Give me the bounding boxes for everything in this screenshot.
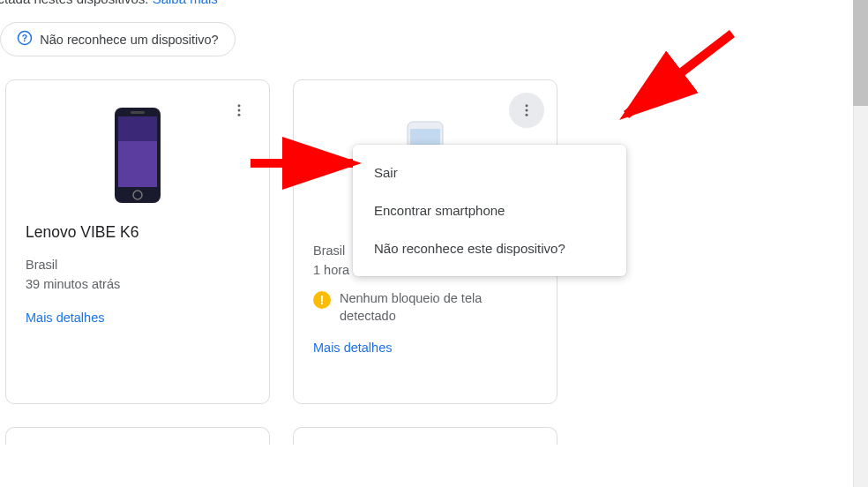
device-last-seen: 39 minutos atrás bbox=[26, 275, 250, 295]
menu-item-unknown-device[interactable]: Não reconhece este dispositivo? bbox=[353, 229, 626, 267]
device-card-stub bbox=[293, 427, 557, 445]
more-vert-icon bbox=[231, 102, 247, 118]
svg-point-10 bbox=[526, 104, 528, 107]
more-details-link[interactable]: Mais detalhes bbox=[313, 341, 537, 355]
more-options-button[interactable] bbox=[221, 93, 257, 128]
svg-text:?: ? bbox=[22, 33, 27, 43]
svg-point-3 bbox=[238, 109, 241, 112]
svg-point-11 bbox=[526, 109, 528, 112]
more-vert-icon bbox=[519, 102, 535, 118]
help-icon: ? bbox=[17, 30, 33, 49]
device-warning-text: Nenhum bloqueio de tela detectado bbox=[340, 289, 537, 326]
next-row-stubs bbox=[0, 427, 864, 445]
device-thumbnail bbox=[26, 98, 250, 213]
svg-point-4 bbox=[238, 114, 241, 116]
more-options-button[interactable] bbox=[509, 93, 544, 128]
svg-rect-7 bbox=[118, 116, 157, 141]
svg-rect-9 bbox=[131, 111, 145, 114]
more-details-link[interactable]: Mais detalhes bbox=[26, 311, 250, 325]
device-warning: ! Nenhum bloqueio de tela detectado bbox=[313, 289, 537, 326]
device-name: Lenovo VIBE K6 bbox=[26, 223, 250, 242]
unknown-device-chip-label: Não reconhece um dispositivo? bbox=[40, 33, 218, 47]
warning-icon: ! bbox=[313, 291, 331, 309]
menu-item-find-phone[interactable]: Encontrar smartphone bbox=[353, 191, 626, 229]
intro-text: e está conectada nestes dispositivos. Sa… bbox=[0, 0, 864, 6]
device-card-stub bbox=[5, 427, 270, 445]
device-location: Brasil bbox=[26, 256, 250, 275]
device-meta: Brasil 39 minutos atrás bbox=[26, 256, 250, 295]
svg-point-12 bbox=[526, 114, 528, 116]
vertical-scrollbar-thumb[interactable] bbox=[853, 0, 868, 106]
phone-icon bbox=[111, 106, 164, 205]
device-options-menu: Sair Encontrar smartphone Não reconhece … bbox=[353, 145, 626, 276]
svg-point-2 bbox=[238, 104, 241, 107]
learn-more-link[interactable]: Saiba mais bbox=[153, 0, 218, 6]
intro-fragment: e está conectada nestes dispositivos. bbox=[0, 0, 153, 6]
unknown-device-chip[interactable]: ? Não reconhece um dispositivo? bbox=[0, 22, 235, 56]
menu-item-sign-out[interactable]: Sair bbox=[353, 154, 626, 191]
help-chip-row: erdido ? Não reconhece um dispositivo? bbox=[0, 22, 864, 56]
device-card: Lenovo VIBE K6 Brasil 39 minutos atrás M… bbox=[5, 79, 270, 404]
